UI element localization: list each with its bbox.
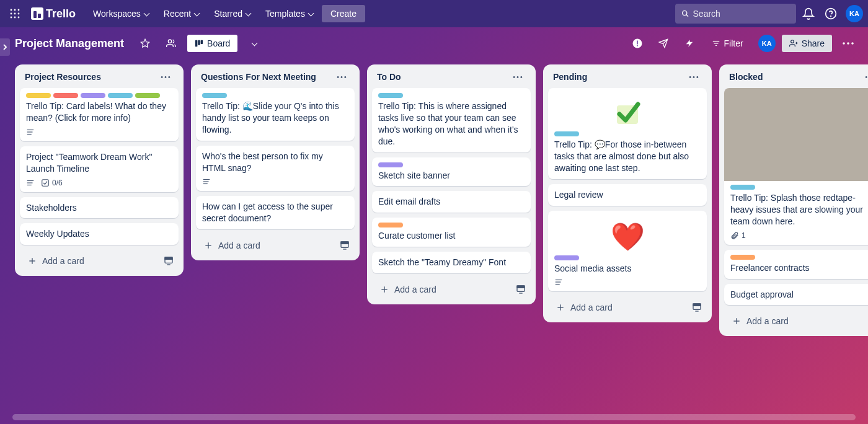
- card[interactable]: Edit email drafts: [372, 191, 531, 213]
- card-title: Trello Tip: This is where assigned tasks…: [378, 100, 525, 148]
- help-icon[interactable]: [821, 4, 841, 24]
- star-button[interactable]: [135, 33, 155, 53]
- card[interactable]: Sketch site banner: [372, 157, 531, 187]
- card-title: Sketch the "Teamy Dreamy" Font: [378, 257, 525, 268]
- svg-rect-65: [517, 286, 525, 288]
- nav-recent[interactable]: Recent: [157, 5, 205, 22]
- board-view-switcher[interactable]: Board: [187, 35, 237, 52]
- list-title[interactable]: Pending: [553, 72, 587, 82]
- list-title[interactable]: Questions For Next Meeting: [201, 72, 316, 82]
- alert-icon[interactable]: [627, 33, 647, 53]
- nav-starred[interactable]: Starred: [208, 5, 257, 22]
- add-card-button[interactable]: Add a card: [22, 252, 161, 270]
- search-box[interactable]: [675, 4, 796, 24]
- card[interactable]: Stakeholders: [20, 197, 179, 219]
- svg-point-5: [18, 13, 20, 15]
- app-switcher-icon[interactable]: [9, 7, 21, 20]
- add-card-button[interactable]: Add a card: [551, 299, 689, 316]
- svg-point-1: [14, 9, 16, 11]
- card-labels: [202, 93, 348, 98]
- visibility-button[interactable]: [161, 33, 181, 53]
- card[interactable]: Freelancer contracts: [724, 250, 868, 279]
- svg-point-31: [847, 42, 849, 45]
- card-title: Trello Tip: Card labels! What do they me…: [26, 100, 172, 124]
- nav-workspaces-label: Workspaces: [93, 9, 141, 19]
- label-red[interactable]: [53, 93, 78, 98]
- notifications-icon[interactable]: [799, 4, 818, 24]
- svg-point-12: [831, 16, 831, 17]
- filter-button[interactable]: Filter: [706, 35, 750, 52]
- card[interactable]: Who's the best person to fix my HTML sna…: [196, 146, 355, 192]
- label-sky[interactable]: [108, 93, 133, 98]
- search-input[interactable]: [693, 9, 790, 19]
- sticker-check-icon: [554, 93, 701, 131]
- list-title[interactable]: Blocked: [729, 72, 763, 82]
- add-card-button[interactable]: Add a card: [198, 237, 337, 254]
- label-sky[interactable]: [378, 93, 403, 98]
- nav-recent-label: Recent: [164, 9, 191, 19]
- list-menu-button[interactable]: [510, 73, 526, 81]
- label-yellow[interactable]: [26, 93, 51, 98]
- card[interactable]: Trello Tip: 🌊Slide your Q's into this ha…: [196, 88, 355, 141]
- list-menu-button[interactable]: [157, 73, 174, 81]
- card-template-button[interactable]: [513, 282, 528, 297]
- card[interactable]: Curate customer list: [372, 218, 531, 247]
- card-template-button[interactable]: [689, 300, 704, 315]
- nav-templates[interactable]: Templates: [259, 5, 319, 22]
- board-menu-button[interactable]: [838, 33, 858, 53]
- label-orange[interactable]: [378, 223, 403, 227]
- label-sky[interactable]: [730, 185, 755, 190]
- label-sky[interactable]: [554, 131, 579, 136]
- card[interactable]: How can I get access to the super secret…: [196, 196, 355, 229]
- create-button[interactable]: Create: [322, 5, 365, 22]
- list-title[interactable]: To Do: [377, 72, 401, 82]
- label-lime[interactable]: [135, 93, 160, 98]
- svg-rect-15: [195, 40, 198, 47]
- card[interactable]: Legal review: [548, 184, 707, 206]
- card[interactable]: Weekly Updates: [20, 223, 179, 245]
- label-purple[interactable]: [554, 255, 579, 260]
- card[interactable]: Trello Tip: This is where assigned tasks…: [372, 88, 531, 152]
- view-options-button[interactable]: [244, 33, 264, 53]
- label-purple[interactable]: [378, 162, 403, 167]
- card[interactable]: Sketch the "Teamy Dreamy" Font: [372, 252, 531, 273]
- list-menu-button[interactable]: [334, 73, 350, 81]
- card-template-button[interactable]: [866, 314, 868, 329]
- card-badges: [554, 278, 701, 286]
- card-labels: [378, 93, 525, 98]
- user-avatar[interactable]: KA: [846, 5, 863, 22]
- board-canvas[interactable]: Project ResourcesTrello Tip: Card labels…: [0, 60, 868, 424]
- card-template-button[interactable]: [337, 238, 352, 253]
- brand-name: Trello: [46, 7, 76, 20]
- list: Questions For Next MeetingTrello Tip: 🌊S…: [191, 64, 360, 260]
- list-footer: Add a card: [20, 250, 179, 271]
- svg-point-35: [168, 76, 170, 78]
- trello-logo[interactable]: Trello: [27, 5, 79, 23]
- card-labels: [554, 255, 701, 260]
- share-button[interactable]: Share: [782, 35, 832, 52]
- card-template-button[interactable]: [161, 254, 176, 268]
- label-orange[interactable]: [730, 255, 755, 260]
- card[interactable]: ❤️Social media assets: [548, 211, 707, 292]
- nav-workspaces[interactable]: Workspaces: [87, 5, 155, 22]
- list-menu-button[interactable]: [686, 73, 702, 81]
- card[interactable]: Budget approval: [724, 284, 868, 306]
- board-title[interactable]: Project Management: [10, 37, 129, 50]
- member-avatar[interactable]: KA: [758, 35, 776, 52]
- expand-sidebar-button[interactable]: [0, 38, 10, 56]
- horizontal-scrollbar[interactable]: [12, 414, 856, 420]
- card[interactable]: Project "Teamwork Dream Work" Launch Tim…: [20, 146, 179, 192]
- card[interactable]: Trello Tip: 💬For those in-between tasks …: [548, 88, 707, 179]
- label-sky[interactable]: [202, 93, 227, 98]
- card[interactable]: Trello Tip: Card labels! What do they me…: [20, 88, 179, 141]
- card-badges: 0/6: [26, 179, 172, 187]
- rocket-icon[interactable]: [653, 33, 673, 53]
- add-card-button[interactable]: Add a card: [374, 281, 513, 298]
- list-menu-button[interactable]: [862, 73, 868, 81]
- list-title[interactable]: Project Resources: [25, 72, 101, 82]
- checklist-badge: 0/6: [41, 179, 63, 187]
- add-card-button[interactable]: Add a card: [727, 312, 866, 330]
- label-purple[interactable]: [81, 93, 105, 98]
- automation-icon[interactable]: [680, 33, 699, 53]
- card[interactable]: Trello Tip: Splash those redtape-heavy i…: [724, 88, 868, 245]
